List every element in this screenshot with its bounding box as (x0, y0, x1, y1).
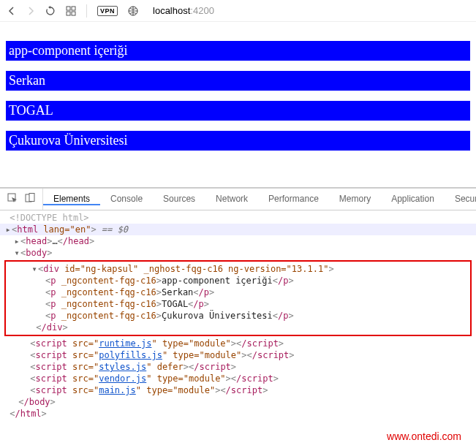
content-bar: Serkan (6, 71, 470, 91)
script-line[interactable]: <script src="runtime.js" type="module"><… (0, 338, 476, 349)
url-port: :4200 (190, 5, 214, 16)
svg-rect-2 (67, 12, 70, 15)
body-open-line[interactable]: ▾<body> (0, 247, 476, 259)
p-line[interactable]: <p _ngcontent-fqg-c16>Çukurova Üniversit… (6, 310, 470, 322)
script-line[interactable]: <script src="vendor.js" type="module"></… (0, 373, 476, 384)
html-close-line[interactable]: </html> (0, 408, 476, 419)
svg-rect-7 (29, 194, 34, 202)
browser-toolbar: VPN localhost:4200 (0, 0, 476, 22)
script-line[interactable]: <script src="polyfills.js" type="module"… (0, 349, 476, 361)
script-line[interactable]: <script src="main.js" type="module"></sc… (0, 384, 476, 396)
device-icon[interactable] (25, 193, 35, 205)
html-open-line[interactable]: ▸<html lang="en"> == $0 (0, 224, 476, 235)
svg-rect-0 (67, 7, 70, 10)
toolbar-divider (86, 4, 87, 18)
p-line[interactable]: <p _ngcontent-fqg-c16>TOGAL</p> (6, 298, 470, 310)
reload-button[interactable] (45, 6, 56, 16)
address-bar[interactable]: localhost:4200 (153, 5, 214, 16)
div-open-line[interactable]: ▾<div id="ng-kapsul" _nghost-fqg-c16 ng-… (6, 263, 470, 275)
url-host: localhost (153, 5, 190, 16)
globe-icon[interactable] (128, 6, 138, 16)
devtools-tabs: ElementsConsoleSourcesNetworkPerformance… (0, 189, 476, 210)
elements-tree: <!DOCTYPE html>▸<html lang="en"> == $0▸<… (0, 210, 476, 425)
forward-button[interactable] (26, 7, 35, 15)
div-close-line[interactable]: </div> (6, 322, 470, 333)
content-bar: TOGAL (6, 101, 470, 121)
devtools-tab-elements[interactable]: Elements (43, 194, 100, 205)
head-line[interactable]: ▸<head>…</head> (0, 235, 476, 247)
svg-rect-1 (72, 7, 75, 10)
highlighted-block: ▾<div id="ng-kapsul" _nghost-fqg-c16 ng-… (4, 260, 472, 336)
devtools-tab-security[interactable]: Security (445, 194, 476, 204)
svg-rect-3 (72, 12, 75, 15)
devtools-tab-performance[interactable]: Performance (258, 194, 329, 204)
devtools-panel: ElementsConsoleSourcesNetworkPerformance… (0, 187, 476, 425)
back-button[interactable] (7, 7, 16, 15)
devtools-tab-network[interactable]: Network (205, 194, 258, 204)
p-line[interactable]: <p _ngcontent-fqg-c16>app-component içer… (6, 275, 470, 286)
devtools-tab-sources[interactable]: Sources (153, 194, 205, 204)
body-close-line[interactable]: </body> (0, 396, 476, 408)
content-bar: app-component içeriği (6, 41, 470, 61)
devtools-tab-console[interactable]: Console (100, 194, 153, 204)
devtools-tab-application[interactable]: Application (381, 194, 445, 204)
script-line[interactable]: <script src="styles.js" defer></script> (0, 361, 476, 373)
devtools-tab-memory[interactable]: Memory (329, 194, 381, 204)
inspect-icon[interactable] (7, 193, 18, 205)
apps-icon[interactable] (66, 6, 76, 16)
doctype-line[interactable]: <!DOCTYPE html> (0, 212, 476, 224)
p-line[interactable]: <p _ngcontent-fqg-c16>Serkan</p> (6, 286, 470, 298)
page-content: app-component içeriği Serkan TOGAL Çukur… (0, 22, 476, 167)
vpn-badge[interactable]: VPN (97, 6, 118, 16)
content-bar: Çukurova Üniversitesi (6, 131, 470, 151)
watermark-text: www.ontedi.com (387, 430, 461, 442)
